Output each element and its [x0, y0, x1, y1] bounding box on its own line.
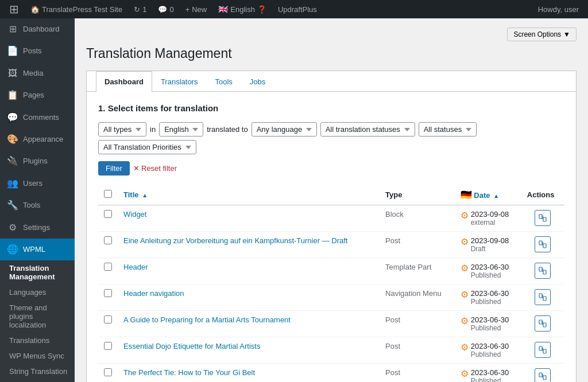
german-flag-icon: 🇩🇪 [461, 190, 472, 200]
translate-action-icon[interactable] [535, 289, 551, 305]
sidebar-label-dashboard: Dashboard [23, 24, 60, 34]
in-label: in [150, 125, 156, 134]
row-date-cell: ⚙ 2023-06-30 Published [455, 311, 521, 337]
row-checkbox[interactable] [104, 236, 112, 244]
col-title-label: Title [123, 190, 139, 199]
row-checkbox[interactable] [104, 342, 112, 350]
comments-sidebar-icon: 💬 [7, 111, 18, 124]
translate-action-icon[interactable] [535, 210, 551, 226]
translate-action-icon[interactable] [535, 368, 551, 382]
table-row: Essential Dojo Etiquette for Martial Art… [98, 337, 564, 364]
users-icon: 👥 [7, 177, 18, 190]
submenu-theme-plugins[interactable]: Theme and plugins localization [0, 300, 75, 333]
language-filter[interactable]: English [159, 122, 203, 137]
row-title[interactable]: A Guide to Preparing for a Martial Arts … [118, 311, 380, 337]
sidebar-label-posts: Posts [23, 46, 42, 56]
row-checkbox[interactable] [104, 368, 112, 376]
table-row: The Perfect Tie: How to Tie Your Gi Belt… [98, 364, 564, 383]
submenu-translations[interactable]: Translations [0, 333, 75, 348]
sidebar-item-appearance[interactable]: 🎨 Appearance [0, 128, 75, 150]
screen-options-label: Screen Options [513, 30, 561, 38]
tab-tools[interactable]: Tools [206, 71, 241, 92]
tab-bar: Dashboard Translators Tools Jobs [87, 71, 576, 92]
date-sort-icon: ▲ [493, 193, 499, 199]
svg-rect-1 [543, 217, 546, 221]
row-type: Block [380, 205, 455, 232]
row-title[interactable]: Header navigation [118, 284, 380, 311]
site-name-link[interactable]: 🏠 TranslatePress Test Site [26, 0, 127, 18]
updraftplus-label: UpdraftPlus [278, 5, 317, 14]
svg-rect-0 [539, 215, 542, 219]
sidebar-item-tools[interactable]: 🔧 Tools [0, 194, 75, 216]
screen-options-button[interactable]: Screen Options ▼ [507, 28, 577, 41]
sidebar-item-settings[interactable]: ⚙ Settings [0, 217, 75, 239]
row-status-icon: ⚙ [461, 342, 469, 353]
tab-dashboard[interactable]: Dashboard [96, 71, 152, 92]
updates-link[interactable]: ↻ 1 [129, 0, 151, 18]
row-checkbox[interactable] [104, 263, 112, 271]
sidebar-label-wpml: WPML [23, 244, 45, 255]
translate-action-icon[interactable] [535, 342, 551, 358]
updraftplus-link[interactable]: UpdraftPlus [273, 0, 322, 18]
translate-action-icon[interactable] [535, 236, 551, 252]
filter-button[interactable]: Filter [98, 161, 130, 176]
translation-status-filter[interactable]: All translation statuses [320, 122, 415, 137]
title-sort-icon: ▲ [142, 192, 148, 198]
language-help-icon: ❓ [257, 5, 266, 14]
sidebar-item-comments[interactable]: 💬 Comments [0, 107, 75, 128]
submenu-string-translation[interactable]: String Translation [0, 364, 75, 379]
table-row: Header navigation Navigation Menu ⚙ 2023… [98, 284, 564, 311]
submenu-wp-menus-sync[interactable]: WP Menus Sync [0, 348, 75, 364]
all-statuses-filter[interactable]: All statuses [419, 122, 477, 137]
row-checkbox-cell [98, 232, 118, 258]
tab-jobs[interactable]: Jobs [241, 71, 274, 92]
col-date[interactable]: 🇩🇪 Date ▲ [455, 185, 521, 205]
appearance-icon: 🎨 [7, 133, 18, 146]
submenu-translation-management[interactable]: Translation Management [0, 260, 75, 284]
filter-row: All types in English translated to Any l… [98, 122, 564, 154]
row-date: 2023-06-30 [471, 263, 509, 271]
row-title[interactable]: Essential Dojo Etiquette for Martial Art… [118, 337, 380, 364]
sidebar-item-wpml[interactable]: 🌐 WPML [0, 239, 75, 260]
new-content-link[interactable]: + New [181, 0, 212, 18]
table-row: Eine Anleitung zur Vorbereitung auf ein … [98, 232, 564, 258]
plugins-icon: 🔌 [7, 155, 18, 167]
svg-rect-8 [539, 267, 542, 271]
translate-action-icon[interactable] [535, 315, 551, 332]
row-status-icon: ⚙ [461, 289, 469, 300]
row-checkbox[interactable] [104, 210, 112, 218]
translate-action-icon[interactable] [535, 263, 551, 279]
tab-translators[interactable]: Translators [152, 71, 207, 92]
svg-rect-9 [543, 270, 546, 274]
reset-filter-link[interactable]: ✕ Reset filter [133, 164, 177, 173]
submenu-languages[interactable]: Languages [0, 284, 75, 300]
row-title[interactable]: Widget [118, 205, 380, 232]
updates-icon: ↻ [134, 5, 140, 14]
row-checkbox[interactable] [104, 289, 112, 297]
sidebar-item-pages[interactable]: 📋 Pages [0, 84, 75, 106]
col-actions: Actions [521, 185, 564, 205]
row-status-icon: ⚙ [461, 368, 469, 379]
sidebar-label-pages: Pages [23, 90, 44, 100]
col-type-label: Type [385, 190, 402, 199]
sidebar-item-plugins[interactable]: 🔌 Plugins [0, 150, 75, 172]
comments-link[interactable]: 💬 0 [153, 0, 178, 18]
priorities-filter[interactable]: All Translation Priorities [98, 140, 196, 154]
any-language-filter[interactable]: Any language [252, 122, 317, 137]
sidebar-item-media[interactable]: 🖼 Media [0, 63, 75, 84]
col-date-label: Date [474, 191, 490, 200]
col-title[interactable]: Title ▲ [118, 185, 380, 205]
sidebar-item-dashboard[interactable]: ⊞ Dashboard [0, 18, 75, 40]
row-title[interactable]: Eine Anleitung zur Vorbereitung auf ein … [118, 232, 380, 258]
current-language: English [230, 5, 255, 14]
language-switcher[interactable]: 🇬🇧 English ❓ [214, 0, 271, 18]
row-title[interactable]: The Perfect Tie: How to Tie Your Gi Belt [118, 364, 380, 383]
wp-logo-menu[interactable]: ⊞ [5, 0, 24, 18]
type-filter[interactable]: All types [98, 122, 146, 137]
row-checkbox[interactable] [104, 315, 112, 323]
row-title[interactable]: Header [118, 258, 380, 284]
sidebar-item-posts[interactable]: 📄 Posts [0, 40, 75, 62]
sidebar-item-users[interactable]: 👥 Users [0, 173, 75, 194]
select-all-checkbox[interactable] [104, 190, 112, 198]
submenu-taxonomy-translation[interactable]: Taxonomy translation [0, 379, 75, 382]
